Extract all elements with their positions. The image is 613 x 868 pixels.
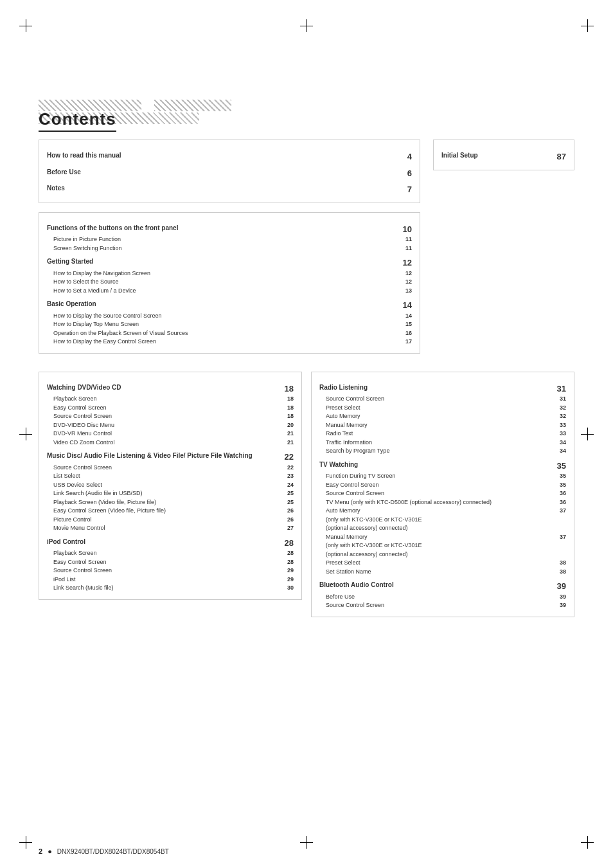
cross-top [300,19,313,32]
toc-entry-how-to-read: How to read this manual 4 [47,150,412,163]
entry-title: Easy Control Screen (Video file, Picture… [53,507,281,516]
toc-entry-ipod-playback: Playback Screen 28 [47,549,294,558]
toc-entry-tv-source: Source Control Screen 36 [319,489,566,498]
entry-page: 34 [553,447,566,456]
entry-title: Radio Listening [319,383,553,395]
toc-entry-dvd-source: Source Control Screen 18 [47,412,294,421]
entry-page: 21 [281,439,294,448]
entry-title: Before Use [326,593,553,602]
entry-title: How to Select the Source [53,278,399,287]
entry-title: Picture Control [53,516,281,525]
entry-page: 36 [553,498,566,507]
entry-title: Function During TV Screen [326,472,553,481]
entry-title: Picture in Picture Function [53,235,399,244]
page-title-area: Contents [39,109,574,132]
entry-title: How to read this manual [47,150,399,163]
entry-title: Easy Control Screen [53,404,281,413]
entry-page: 12 [399,278,412,287]
entry-page: 26 [281,516,294,525]
entry-page: 34 [553,439,566,448]
toc-entry-ipod-list: iPod List 29 [47,575,294,584]
toc-entry-tv-manual-memory: Manual Memory (only with KTC-V300E or KT… [319,533,566,559]
entry-title: Source Control Screen [53,464,281,473]
entry-title: DVD-VIDEO Disc Menu [53,421,281,430]
entry-page: 11 [399,244,412,253]
entry-page: 14 [399,299,412,312]
toc-entry-before-use: Before Use 6 [47,167,412,180]
reg-mark-br [581,836,594,849]
entry-page: 18 [281,404,294,413]
entry-page: 28 [281,558,294,567]
toc-entry-initial-setup: Initial Setup 87 [441,150,566,163]
entry-title: Getting Started [47,257,399,269]
toc-entry-dvd-easy: Easy Control Screen 18 [47,404,294,413]
entry-page: 15 [399,320,412,329]
toc-entry-select-source: How to Select the Source 12 [47,278,412,287]
toc-entry-preset-select: Preset Select 32 [319,404,566,413]
entry-title: Auto Memory [326,412,553,421]
entry-title: How to Set a Medium / a Device [53,287,399,296]
toc-entry-playback-video: Playback Screen (Video file, Picture fil… [47,498,294,507]
entry-page: 13 [399,287,412,296]
toc-entry-usb-device: USB Device Select 24 [47,481,294,490]
toc-entry-dvd-playback: Playback Screen 18 [47,395,294,404]
cross-right [581,428,594,440]
toc-box-left-main: Functions of the buttons on the front pa… [39,212,420,354]
entry-page: 27 [281,524,294,533]
entry-page: 33 [553,421,566,430]
toc-entry-pip: Picture in Picture Function 11 [47,235,412,244]
footer-page-num: 2 [39,847,42,855]
entry-page: 20 [281,421,294,430]
toc-section-ipod: iPod Control 28 [47,537,294,550]
entry-page: 28 [281,549,294,558]
entry-title: Traffic Information [326,439,553,448]
entry-title: TV Watching [319,460,553,473]
entry-page: 23 [281,472,294,481]
toc-entry-link-audio: Link Search (Audio file in USB/SD) 25 [47,489,294,498]
toc-entry-manual-memory: Manual Memory 33 [319,421,566,430]
toc-entry-ipod-easy: Easy Control Screen 28 [47,558,294,567]
footer-model: DNX9240BT/DDX8024BT/DDX8054BT [57,848,169,855]
entry-title: Bluetooth Audio Control [319,580,553,593]
entry-title: iPod List [53,575,281,584]
toc-entry-ipod-link: Link Search (Music file) 30 [47,584,294,593]
toc-entry-bt-before: Before Use 39 [319,593,566,602]
entry-page: 12 [399,257,412,269]
entry-page: 6 [399,167,412,180]
toc-entry-easy-ctrl: How to Display the Easy Control Screen 1… [47,338,412,347]
entry-page: 22 [281,464,294,473]
entry-title: Preset Select [326,559,553,568]
toc-entry-source-ctrl: How to Display the Source Control Screen… [47,312,412,321]
toc-entry-nav-screen: How to Display the Navigation Screen 12 [47,269,412,278]
toc-entry-list-select: List Select 23 [47,472,294,481]
entry-page: 32 [553,412,566,421]
toc-entry-traffic-info: Traffic Information 34 [319,439,566,448]
entry-title: Easy Control Screen [326,481,553,490]
entry-title: Playback Screen [53,549,281,558]
entry-title: Watching DVD/Video CD [47,383,281,395]
reg-mark-tl [19,19,32,32]
entry-page: 29 [281,575,294,584]
entry-title: Radio Text [326,429,553,439]
entry-title: Link Search (Music file) [53,584,281,593]
entry-title: Search by Program Type [326,447,553,456]
entry-title: Initial Setup [441,150,553,163]
toc-entry-search-program: Search by Program Type 34 [319,447,566,456]
intro-box: How to read this manual 4 Before Use 6 N… [39,140,420,203]
toc-entry-radio-source: Source Control Screen 31 [319,395,566,404]
entry-page: 39 [553,593,566,602]
entry-page: 12 [399,269,412,278]
page-title: Contents [39,109,116,132]
toc-entry-tv-function: Function During TV Screen 35 [319,472,566,481]
entry-title: Functions of the buttons on the front pa… [47,223,399,236]
entry-page: 37 [553,507,566,533]
entry-page: 4 [399,150,412,163]
entry-title: Easy Control Screen [53,558,281,567]
entry-title: How to Display Top Menu Screen [53,320,399,329]
entry-page: 87 [553,150,566,163]
toc-section-basic-op: Basic Operation 14 [47,299,412,312]
entry-title: Source Control Screen [326,489,553,498]
entry-page: 25 [281,498,294,507]
entry-title: Set Station Name [326,568,553,577]
toc-entry-dvd-vcd-zoom: Video CD Zoom Control 21 [47,439,294,448]
